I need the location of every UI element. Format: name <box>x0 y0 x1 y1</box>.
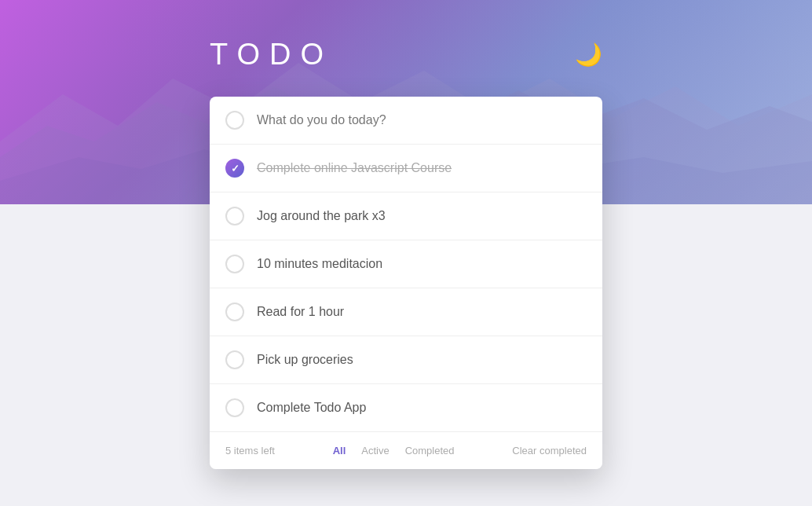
todo-item[interactable]: 10 minutes meditacion <box>210 240 602 288</box>
todo-toggle-button[interactable] <box>225 207 244 226</box>
clear-completed-button[interactable]: Clear completed <box>512 445 587 456</box>
todo-item[interactable]: Read for 1 hour <box>210 288 602 336</box>
todo-item[interactable]: Jog around the park x3 <box>210 192 602 240</box>
todo-list: Complete online Javascript CourseJog aro… <box>210 145 602 432</box>
todo-item-text: Read for 1 hour <box>257 305 344 319</box>
todo-item[interactable]: Complete Todo App <box>210 384 602 432</box>
todo-toggle-button[interactable] <box>225 398 244 417</box>
filter-completed-button[interactable]: Completed <box>402 443 458 458</box>
items-left-count: 5 items left <box>225 445 275 456</box>
todo-toggle-button[interactable] <box>225 302 244 321</box>
todo-item-text: Complete online Javascript Course <box>257 161 452 175</box>
todo-item-text: Jog around the park x3 <box>257 209 386 223</box>
todo-item-text: 10 minutes meditacion <box>257 257 382 271</box>
todo-item-text: Complete Todo App <box>257 401 366 415</box>
app-title: TODO <box>210 38 333 72</box>
todo-item[interactable]: Pick up groceries <box>210 336 602 384</box>
new-todo-row <box>210 97 602 145</box>
new-todo-input[interactable] <box>257 113 587 127</box>
new-todo-circle[interactable] <box>225 111 244 130</box>
filter-active-button[interactable]: Active <box>358 443 392 458</box>
todo-footer: 5 items left All Active Completed Clear … <box>210 432 602 469</box>
todo-toggle-button[interactable] <box>225 350 244 369</box>
todo-toggle-button[interactable] <box>225 255 244 273</box>
todo-container: Complete online Javascript CourseJog aro… <box>210 97 602 469</box>
app-header: TODO 🌙 <box>210 38 602 72</box>
theme-toggle-icon[interactable]: 🌙 <box>575 42 602 68</box>
todo-item[interactable]: Complete online Javascript Course <box>210 145 602 192</box>
filter-group: All Active Completed <box>330 443 458 458</box>
filter-all-button[interactable]: All <box>330 443 349 458</box>
todo-toggle-button[interactable] <box>225 159 244 178</box>
todo-item-text: Pick up groceries <box>257 353 353 367</box>
